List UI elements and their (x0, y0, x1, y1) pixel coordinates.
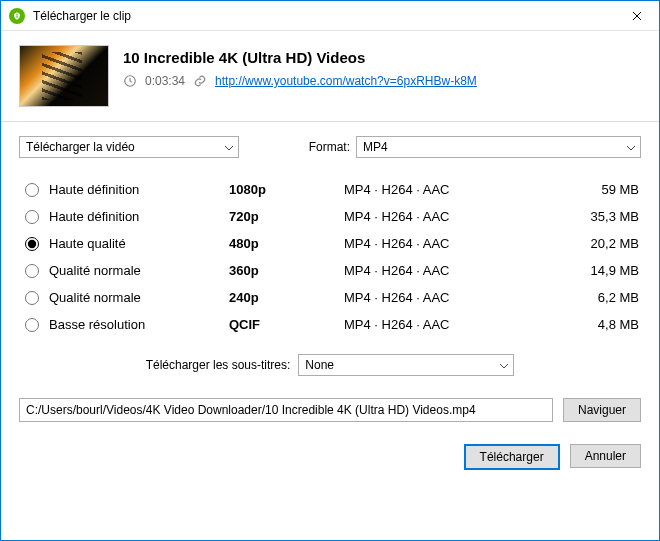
download-dialog: Télécharger le clip 10 Incredible 4K (Ul… (0, 0, 660, 541)
quality-name: Haute qualité (49, 236, 229, 251)
quality-row[interactable]: Basse résolutionQCIFMP4 · H264 · AAC4,8 … (19, 311, 641, 338)
quality-radio[interactable] (25, 210, 39, 224)
quality-size: 14,9 MB (559, 263, 639, 278)
quality-format: MP4 · H264 · AAC (344, 182, 559, 197)
quality-resolution: 240p (229, 290, 344, 305)
quality-resolution: 480p (229, 236, 344, 251)
quality-format: MP4 · H264 · AAC (344, 209, 559, 224)
quality-format: MP4 · H264 · AAC (344, 236, 559, 251)
video-title: 10 Incredible 4K (Ultra HD) Videos (123, 49, 477, 66)
quality-name: Haute définition (49, 209, 229, 224)
close-button[interactable] (614, 1, 659, 31)
svg-rect-0 (16, 15, 17, 18)
video-duration: 0:03:34 (145, 74, 185, 88)
quality-radio[interactable] (25, 291, 39, 305)
svg-point-1 (16, 13, 18, 15)
subtitles-label: Télécharger les sous-titres: (146, 358, 291, 372)
quality-name: Qualité normale (49, 290, 229, 305)
titlebar: Télécharger le clip (1, 1, 659, 31)
quality-size: 59 MB (559, 182, 639, 197)
format-select[interactable]: MP4 (356, 136, 641, 158)
quality-row[interactable]: Haute définition720pMP4 · H264 · AAC35,3… (19, 203, 641, 230)
quality-format: MP4 · H264 · AAC (344, 263, 559, 278)
download-type-select[interactable]: Télécharger la vidéo (19, 136, 239, 158)
download-button[interactable]: Télécharger (464, 444, 560, 470)
clock-icon (123, 74, 137, 88)
quality-radio[interactable] (25, 318, 39, 332)
format-label: Format: (309, 140, 350, 154)
quality-resolution: 360p (229, 263, 344, 278)
quality-radio[interactable] (25, 264, 39, 278)
quality-size: 35,3 MB (559, 209, 639, 224)
video-header: 10 Incredible 4K (Ultra HD) Videos 0:03:… (1, 31, 659, 121)
app-icon (9, 8, 25, 24)
quality-row[interactable]: Haute définition1080pMP4 · H264 · AAC59 … (19, 176, 641, 203)
quality-format: MP4 · H264 · AAC (344, 290, 559, 305)
quality-radio[interactable] (25, 237, 39, 251)
subtitles-select[interactable]: None (298, 354, 514, 376)
quality-name: Haute définition (49, 182, 229, 197)
quality-name: Qualité normale (49, 263, 229, 278)
quality-row[interactable]: Qualité normale360pMP4 · H264 · AAC14,9 … (19, 257, 641, 284)
quality-resolution: 1080p (229, 182, 344, 197)
quality-radio[interactable] (25, 183, 39, 197)
quality-list: Haute définition1080pMP4 · H264 · AAC59 … (19, 176, 641, 338)
quality-size: 20,2 MB (559, 236, 639, 251)
browse-button[interactable]: Naviguer (563, 398, 641, 422)
cancel-button[interactable]: Annuler (570, 444, 641, 468)
quality-name: Basse résolution (49, 317, 229, 332)
video-thumbnail (19, 45, 109, 107)
quality-format: MP4 · H264 · AAC (344, 317, 559, 332)
close-icon (632, 11, 642, 21)
link-icon (193, 74, 207, 88)
quality-row[interactable]: Haute qualité480pMP4 · H264 · AAC20,2 MB (19, 230, 641, 257)
window-title: Télécharger le clip (33, 9, 614, 23)
video-url-link[interactable]: http://www.youtube.com/watch?v=6pxRHBw-k… (215, 74, 477, 88)
quality-resolution: 720p (229, 209, 344, 224)
content-area: Télécharger la vidéo Format: MP4 Haute d… (1, 121, 659, 540)
quality-row[interactable]: Qualité normale240pMP4 · H264 · AAC6,2 M… (19, 284, 641, 311)
quality-size: 4,8 MB (559, 317, 639, 332)
quality-size: 6,2 MB (559, 290, 639, 305)
quality-resolution: QCIF (229, 317, 344, 332)
save-path-input[interactable] (19, 398, 553, 422)
